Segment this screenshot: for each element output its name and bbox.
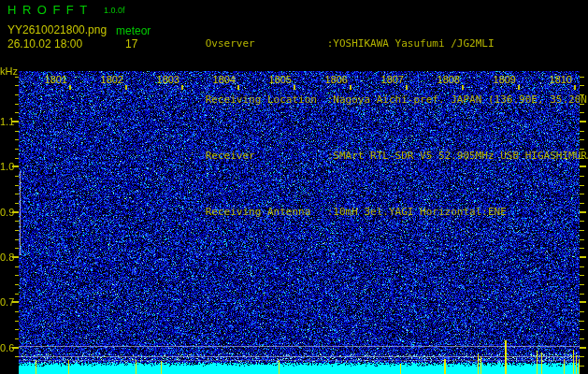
mode-label: meteor	[116, 24, 151, 37]
info-value: :10mH 3el.YAGI Horizontal:ENE	[327, 206, 507, 218]
time-tick-label: 1805	[264, 74, 292, 85]
info-row-antenna: Receiving Antenna:10mH 3el.YAGI Horizont…	[168, 195, 588, 229]
info-row-location: Receiving Location:Nagoya Aichi-pref. JA…	[168, 83, 588, 117]
time-tick-label: 1809	[488, 74, 516, 85]
info-row-observer: Ovserver:YOSHIKAWA Yasufumi /JG2MLI	[168, 27, 588, 61]
info-label: Receiving Antenna	[206, 207, 327, 218]
info-label: Receiver	[206, 151, 327, 162]
echo-count: 17	[125, 37, 137, 50]
info-value: :SMArt RTL-SDR V5 52.905MHz USB HIGASHIM…	[327, 150, 588, 162]
time-tick-label: 1808	[432, 74, 460, 85]
info-row-receiver: Receiver:SMArt RTL-SDR V5 52.905MHz USB …	[168, 139, 588, 173]
info-value: :YOSHIKAWA Yasufumi /JG2MLI	[327, 37, 495, 50]
time-tick-label: 1807	[376, 74, 404, 85]
app-title: HROFFT	[7, 3, 93, 17]
y-axis-unit-label: kHz	[0, 65, 18, 77]
output-filename: YY2610021800.png	[7, 23, 107, 36]
freq-tick-label: 0.6	[0, 342, 12, 353]
time-tick-label: 1804	[208, 74, 236, 85]
freq-tick-label: 0.8	[0, 252, 12, 263]
time-tick-label: 1802	[95, 74, 123, 85]
observation-datetime: 26.10.02 18:00	[7, 37, 82, 50]
time-tick-label: 1801	[39, 74, 67, 85]
app-version: 1.0.0f	[104, 6, 125, 15]
freq-tick-label: 0.7	[0, 296, 12, 308]
freq-tick-label: 1.1	[0, 116, 12, 127]
time-tick-label: 1806	[320, 74, 348, 85]
freq-tick-label: 0.9	[0, 207, 12, 218]
hrofft-screen: HROFFT 1.0.0f YY2610021800.png meteor 26…	[0, 0, 588, 374]
time-tick-label: 1803	[151, 74, 179, 85]
station-info: Ovserver:YOSHIKAWA Yasufumi /JG2MLI Rece…	[168, 5, 588, 252]
freq-tick-label: 1.0	[0, 161, 12, 172]
info-label: Ovserver	[206, 38, 327, 50]
info-value: :Nagoya Aichi-pref. JAPAN (136.90E, 35.2…	[327, 94, 588, 106]
info-label: Receiving Location	[206, 94, 327, 106]
time-tick-label: 1810	[544, 74, 572, 85]
